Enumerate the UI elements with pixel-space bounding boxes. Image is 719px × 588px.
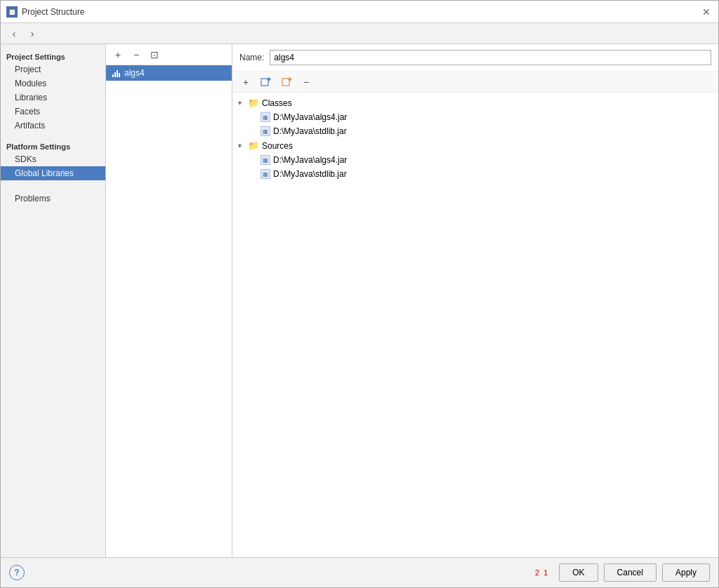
nav-item-sdks[interactable]: SDKs	[1, 152, 105, 166]
classes-item-1[interactable]: ▦ D:\MyJava\stdlib.jar	[232, 124, 718, 138]
jar-icon-2: ▦	[260, 126, 270, 136]
add-classes-icon	[260, 76, 271, 88]
add-library-button[interactable]: +	[110, 47, 126, 62]
number-badge-1: 1	[543, 568, 548, 577]
jar-icon-3: ▦	[260, 155, 270, 165]
classes-folder-icon: 📁	[248, 98, 259, 108]
middle-panel: + − ⊡ algs4	[106, 44, 232, 557]
library-list: algs4	[106, 65, 232, 557]
name-row: Name:	[232, 44, 718, 72]
main-window: ▦ Project Structure ✕ ‹ › Project Settin…	[0, 0, 719, 588]
sources-label: Sources	[262, 141, 293, 151]
classes-item-0[interactable]: ▦ D:\MyJava\algs4.jar	[232, 110, 718, 124]
nav-item-facets[interactable]: Facets	[1, 105, 105, 119]
classes-chevron: ▾	[238, 99, 245, 107]
add-sources-icon	[281, 76, 292, 88]
help-button[interactable]: ?	[9, 565, 25, 580]
library-icon	[112, 68, 121, 78]
middle-toolbar: + − ⊡	[106, 44, 232, 65]
title-bar-left: ▦ Project Structure	[6, 6, 84, 18]
library-item-algs4[interactable]: algs4	[106, 65, 232, 81]
nav-item-project[interactable]: Project	[1, 62, 105, 76]
sources-chevron: ▾	[238, 142, 245, 149]
nav-toolbar: ‹ ›	[1, 23, 718, 44]
classes-category[interactable]: ▾ 📁 Classes	[232, 95, 718, 110]
right-panel: Name: +	[232, 44, 718, 557]
title-bar: ▦ Project Structure ✕	[1, 1, 718, 23]
cancel-button[interactable]: Cancel	[604, 563, 657, 582]
apply-button[interactable]: Apply	[662, 563, 710, 582]
sources-folder-icon: 📁	[248, 140, 259, 151]
nav-item-libraries[interactable]: Libraries	[1, 91, 105, 105]
classes-item-0-text: D:\MyJava\algs4.jar	[273, 112, 347, 122]
left-nav-panel: Project Settings Project Modules Librari…	[1, 44, 106, 557]
name-input[interactable]	[270, 50, 711, 65]
name-label: Name:	[239, 53, 264, 62]
classes-label: Classes	[262, 98, 292, 108]
sources-category[interactable]: ▾ 📁 Sources	[232, 138, 718, 153]
nav-item-problems[interactable]: Problems	[1, 192, 105, 206]
close-button[interactable]: ✕	[700, 6, 713, 18]
right-toolbar: + −	[232, 72, 718, 93]
app-icon: ▦	[6, 6, 18, 18]
sources-item-0[interactable]: ▦ D:\MyJava\algs4.jar	[232, 153, 718, 167]
nav-item-global-libraries[interactable]: Global Libraries	[1, 166, 105, 180]
window-title: Project Structure	[22, 7, 84, 17]
remove-library-button[interactable]: −	[128, 47, 144, 62]
platform-settings-header: Platform Settings	[1, 140, 105, 152]
nav-item-modules[interactable]: Modules	[1, 76, 105, 91]
copy-library-button[interactable]: ⊡	[147, 47, 162, 62]
number-badge-2: 2	[535, 568, 539, 577]
library-bars-icon	[112, 69, 121, 77]
library-item-name: algs4	[124, 68, 145, 78]
jar-icon: ▦	[260, 112, 270, 122]
sources-item-1-text: D:\MyJava\stdlib.jar	[273, 169, 347, 179]
sources-item-1[interactable]: ▦ D:\MyJava\stdlib.jar	[232, 167, 718, 181]
bottom-bar: ? 2 1 OK Cancel Apply	[1, 557, 718, 587]
add-entry-button[interactable]: +	[238, 74, 253, 90]
project-settings-header: Project Settings	[1, 50, 105, 62]
main-content: Project Settings Project Modules Librari…	[1, 44, 718, 557]
classes-item-1-text: D:\MyJava\stdlib.jar	[273, 126, 347, 136]
add-sources-button[interactable]	[277, 74, 296, 90]
tree-area: ▾ 📁 Classes ▦ D:\MyJava\algs4.jar ▦ D:\M…	[232, 93, 718, 557]
add-classes-button[interactable]	[256, 74, 275, 90]
jar-icon-4: ▦	[260, 169, 270, 179]
nav-item-artifacts[interactable]: Artifacts	[1, 119, 105, 133]
sources-item-0-text: D:\MyJava\algs4.jar	[273, 155, 347, 165]
remove-entry-button[interactable]: −	[298, 74, 314, 90]
ok-button[interactable]: OK	[559, 563, 598, 582]
forward-button[interactable]: ›	[25, 26, 40, 41]
back-button[interactable]: ‹	[6, 26, 22, 41]
